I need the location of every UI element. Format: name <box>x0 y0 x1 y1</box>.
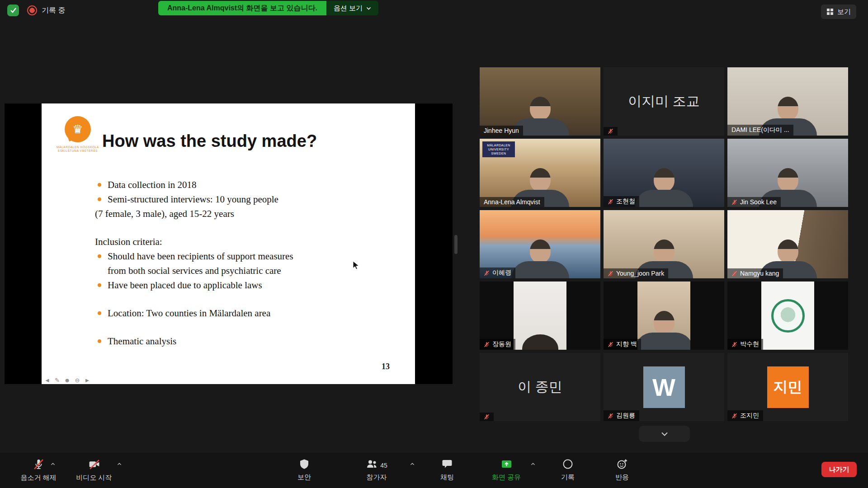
participant-tile[interactable]: 조현철 <box>604 139 724 207</box>
share-screen-label: 화면 공유 <box>492 473 521 482</box>
crown-icon: ♛ <box>72 122 83 136</box>
participant-name-tag: 조지민 <box>727 410 763 421</box>
participant-name-tag: Jin Sook Lee <box>727 197 781 207</box>
participant-tile[interactable]: 이 종민 <box>480 353 600 421</box>
view-options-button[interactable]: 옵션 보기 <box>326 1 378 15</box>
slide-bullet-item: Have been placed due to applicable laws <box>95 278 384 292</box>
chat-icon <box>441 458 453 470</box>
slide-text: Semi-structured interviews: 10 young peo… <box>108 192 278 206</box>
participant-tile[interactable]: Namgyu kang <box>727 210 848 278</box>
participants-button[interactable]: 45 참가자 <box>349 458 404 482</box>
participant-name: 박수현 <box>740 340 759 348</box>
participant-name: Anna-Lena Almqvist <box>484 198 540 206</box>
chevron-up-icon <box>51 462 55 466</box>
panel-resize-handle[interactable] <box>454 235 458 254</box>
participant-center-name: 이 종민 <box>480 353 600 421</box>
reactions-button[interactable]: 반응 <box>595 458 649 482</box>
leave-button[interactable]: 나가기 <box>821 462 857 477</box>
participant-name-tag <box>480 413 494 421</box>
slide-text: Thematic analysis <box>108 334 176 348</box>
participant-name: 김원룡 <box>616 412 635 420</box>
bullet-dot <box>98 254 101 258</box>
start-video-button[interactable]: 비디오 시작 <box>67 458 121 483</box>
screen-share-banner: Anna-Lena Almqvist의 화면을 보고 있습니다. 옵션 보기 <box>158 1 378 15</box>
pen-icon[interactable]: ✎ <box>55 377 60 383</box>
mic-muted-icon <box>608 413 613 419</box>
association-logo <box>771 299 805 333</box>
mic-muted-icon <box>484 270 490 276</box>
chat-button[interactable]: 채팅 <box>420 458 474 482</box>
share-options-chevron[interactable] <box>528 460 538 468</box>
participants-icon <box>366 458 378 470</box>
participant-tile[interactable]: DAMI LEE(이다미 ... <box>727 67 848 136</box>
participant-tile[interactable]: 지민조지민 <box>727 353 848 421</box>
record-icon <box>562 458 574 470</box>
view-button[interactable]: 보기 <box>821 5 856 19</box>
slide-spacer <box>95 221 384 235</box>
chevron-up-icon <box>531 462 535 466</box>
avatar: W <box>643 366 685 408</box>
participant-name-tag: 장동원 <box>480 339 515 350</box>
participant-name-tag: 박수현 <box>727 339 763 350</box>
minus-icon[interactable]: ⊖ <box>75 377 80 383</box>
participant-name-tag: Anna-Lena Almqvist <box>480 197 544 207</box>
mic-muted-icon <box>731 199 737 205</box>
slide-bullet-item: Semi-structured interviews: 10 young peo… <box>95 192 384 206</box>
mouse-cursor <box>353 261 359 270</box>
audio-options-chevron[interactable] <box>48 460 58 468</box>
view-options-label: 옵션 보기 <box>334 4 363 13</box>
participant-tile[interactable]: 지향 백 <box>604 282 724 350</box>
participant-name-tag: 조현철 <box>604 196 639 207</box>
recording-indicator: 기록 중 <box>27 5 65 16</box>
participant-name: 지향 백 <box>616 340 637 348</box>
mic-muted-icon <box>731 271 737 277</box>
shield-icon <box>298 458 310 470</box>
share-screen-button[interactable]: 화면 공유 <box>479 458 533 482</box>
participant-tile[interactable]: W김원룡 <box>604 353 724 421</box>
chevron-up-icon <box>117 462 122 466</box>
mic-muted-icon <box>608 199 613 205</box>
participants-label: 참가자 <box>367 473 387 482</box>
participants-chevron[interactable] <box>407 460 417 468</box>
participant-tile[interactable]: 이혜령 <box>480 210 600 278</box>
video-feed <box>637 282 691 350</box>
participants-count: 45 <box>380 462 387 470</box>
participant-name: 장동원 <box>492 340 511 348</box>
participant-tile[interactable]: 장동원 <box>480 282 600 350</box>
next-slide-icon[interactable]: ► <box>84 377 90 383</box>
participant-tile[interactable]: 박수현 <box>727 282 848 350</box>
video-options-chevron[interactable] <box>114 460 124 468</box>
video-feed <box>761 282 815 350</box>
participant-name: Namgyu kang <box>740 270 779 277</box>
participant-name: Jin Sook Lee <box>740 198 777 206</box>
participant-tile[interactable]: MÄLARDALEN UNIVERSITY SWEDENAnna-Lena Al… <box>480 139 600 207</box>
mic-muted-icon <box>731 413 737 419</box>
slide-body: Data collection in 2018Semi-structured i… <box>95 178 384 348</box>
scroll-participants-button[interactable] <box>639 426 690 442</box>
participant-tile[interactable]: Jin Sook Lee <box>727 139 848 207</box>
participant-tile[interactable]: Young_joon Park <box>604 210 724 278</box>
participant-tile[interactable]: 이지미 조교 <box>604 67 724 136</box>
participant-name: 조현철 <box>616 197 635 206</box>
slide-bullet-item: Location: Two counties in Mälardalen are… <box>95 306 384 320</box>
zoom-meeting-window: 기록 중 Anna-Lena Almqvist의 화면을 보고 있습니다. 옵션… <box>0 0 868 488</box>
security-button[interactable]: 보안 <box>277 458 331 482</box>
video-feed <box>514 282 567 350</box>
participant-name: 조지민 <box>740 412 759 420</box>
slide-spacer <box>95 292 384 306</box>
participant-tile[interactable]: Jinhee Hyun <box>480 67 600 136</box>
mic-muted-icon <box>608 271 613 277</box>
bullet-dot <box>98 311 101 315</box>
meeting-security-shield-icon[interactable] <box>7 5 19 16</box>
grid-view-icon <box>826 8 834 15</box>
camera-off-icon <box>88 458 100 470</box>
bullet-dot <box>98 183 101 187</box>
video-overlay-logo: MÄLARDALEN UNIVERSITY SWEDEN <box>482 141 515 157</box>
slide-bullet-item: Data collection in 2018 <box>95 178 384 192</box>
smiley-icon[interactable]: ☻ <box>64 377 71 383</box>
reactions-icon <box>616 458 628 470</box>
record-button[interactable]: 기록 <box>541 458 595 482</box>
avatar: 지민 <box>767 366 809 408</box>
check-icon <box>10 8 16 13</box>
previous-slide-icon[interactable]: ◄ <box>44 377 50 383</box>
